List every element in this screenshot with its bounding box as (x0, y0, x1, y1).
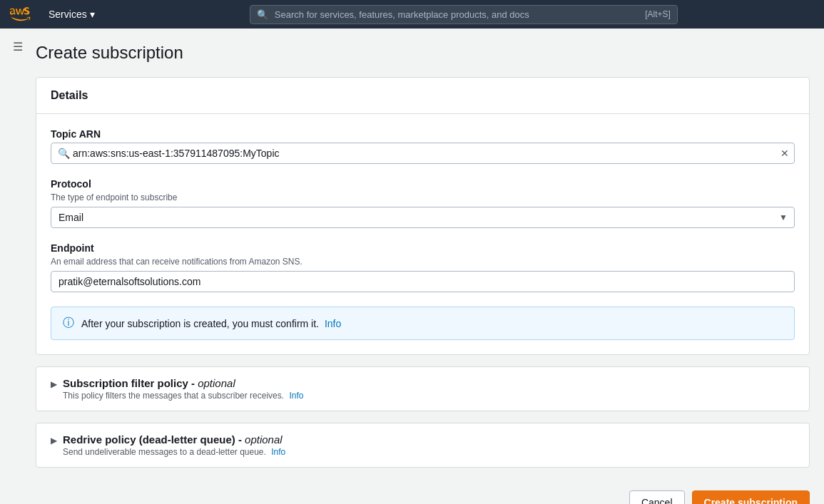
redrive-policy-subtitle-text: Send undeliverable messages to a dead-le… (63, 447, 266, 457)
search-input[interactable] (250, 5, 678, 24)
redrive-policy-toggle-icon: ▶ (51, 436, 57, 446)
protocol-select[interactable]: Email Email-JSON HTTP HTTPS SQS Lambda F… (51, 207, 795, 228)
redrive-policy-title-area: Redrive policy (dead-letter queue) - opt… (63, 433, 285, 457)
redrive-policy-title: Redrive policy (dead-letter queue) - opt… (63, 433, 285, 446)
redrive-policy-header[interactable]: ▶ Redrive policy (dead-letter queue) - o… (36, 423, 809, 467)
search-shortcut: [Alt+S] (645, 9, 671, 19)
protocol-select-wrapper: Email Email-JSON HTTP HTTPS SQS Lambda F… (51, 207, 795, 228)
filter-policy-subtitle: This policy filters the messages that a … (63, 391, 303, 401)
redrive-policy-card: ▶ Redrive policy (dead-letter queue) - o… (36, 423, 810, 468)
arn-search-icon: 🔍 (58, 148, 70, 159)
cancel-button[interactable]: Cancel (629, 490, 685, 504)
search-icon: 🔍 (257, 9, 268, 20)
endpoint-input[interactable] (51, 271, 795, 292)
filter-policy-optional: optional (198, 377, 235, 389)
details-card-body: Topic ARN 🔍 ✕ Protocol The type of endpo… (36, 114, 809, 354)
protocol-group: Protocol The type of endpoint to subscri… (51, 178, 795, 228)
filter-policy-title-area: Subscription filter policy - optional Th… (63, 377, 303, 401)
info-banner-text: After your subscription is created, you … (81, 318, 341, 329)
create-subscription-button[interactable]: Create subscription (692, 490, 810, 504)
info-circle-icon: ⓘ (63, 316, 74, 331)
filter-policy-header[interactable]: ▶ Subscription filter policy - optional … (36, 367, 809, 411)
topic-arn-input[interactable] (51, 143, 795, 164)
details-card-header: Details (36, 78, 809, 114)
chevron-down-icon: ▾ (90, 9, 95, 20)
endpoint-group: Endpoint An email address that can recei… (51, 242, 795, 292)
endpoint-label: Endpoint (51, 242, 795, 254)
details-header-title: Details (51, 89, 795, 102)
search-bar-container: 🔍 [Alt+S] (250, 5, 678, 24)
sidebar-toggle-button[interactable]: ☰ (7, 36, 29, 57)
redrive-policy-title-text: Redrive policy (dead-letter queue) - (63, 433, 245, 446)
topic-arn-label: Topic ARN (51, 128, 795, 140)
footer-actions: Cancel Create subscription (36, 479, 810, 504)
protocol-label: Protocol (51, 178, 795, 190)
info-banner: ⓘ After your subscription is created, yo… (51, 307, 795, 340)
info-banner-message: After your subscription is created, you … (81, 318, 319, 329)
services-button[interactable]: Services ▾ (43, 6, 101, 23)
redrive-policy-subtitle: Send undeliverable messages to a dead-le… (63, 447, 285, 457)
top-nav: Services ▾ 🔍 [Alt+S] (0, 0, 824, 29)
protocol-sublabel: The type of endpoint to subscribe (51, 192, 795, 202)
filter-policy-subtitle-text: This policy filters the messages that a … (63, 391, 284, 401)
redrive-policy-info-link[interactable]: Info (271, 447, 285, 457)
redrive-policy-optional: optional (245, 433, 283, 446)
filter-policy-toggle-icon: ▶ (51, 379, 57, 389)
aws-logo[interactable] (9, 7, 31, 21)
topic-arn-group: Topic ARN 🔍 ✕ (51, 128, 795, 164)
filter-policy-info-link[interactable]: Info (289, 391, 303, 401)
arn-input-wrapper: 🔍 ✕ (51, 143, 795, 164)
services-label: Services (49, 9, 87, 20)
info-banner-link[interactable]: Info (325, 318, 341, 329)
filter-policy-card: ▶ Subscription filter policy - optional … (36, 366, 810, 411)
page-content: Create subscription Details Topic ARN 🔍 … (0, 29, 824, 504)
filter-policy-title-text: Subscription filter policy - (63, 377, 198, 389)
details-card: Details Topic ARN 🔍 ✕ Protocol The type … (36, 77, 810, 355)
arn-clear-button[interactable]: ✕ (780, 148, 789, 159)
endpoint-sublabel: An email address that can receive notifi… (51, 257, 795, 267)
filter-policy-title: Subscription filter policy - optional (63, 377, 303, 389)
page-title: Create subscription (36, 43, 810, 63)
